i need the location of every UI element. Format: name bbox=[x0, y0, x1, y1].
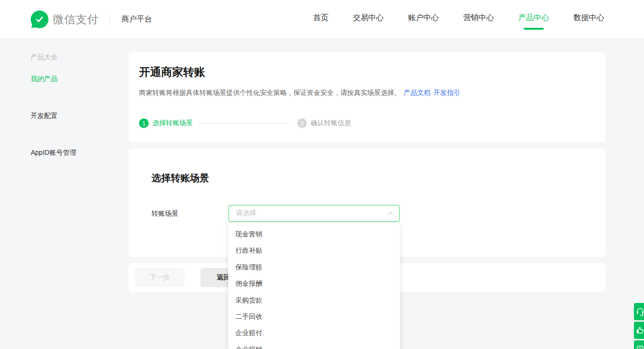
section-heading: 选择转账场景 bbox=[152, 172, 583, 185]
customer-service-icon bbox=[635, 307, 644, 316]
nav-item-data-center[interactable]: 数据中心 bbox=[574, 9, 604, 30]
step-select-scene: 1 选择转账场景 bbox=[139, 118, 193, 128]
step-2-circle: 2 bbox=[297, 118, 307, 128]
product-doc-link[interactable]: 产品文档 bbox=[404, 89, 431, 96]
nav-item-account-center[interactable]: 账户中心 bbox=[408, 9, 439, 30]
step-confirm-info: 2 确认转账信息 bbox=[297, 118, 351, 128]
nav-item-product-center[interactable]: 产品中心 bbox=[518, 9, 549, 30]
select-placeholder: 请选择 bbox=[236, 209, 387, 218]
nav-item-marketing-center[interactable]: 营销中心 bbox=[463, 9, 494, 30]
dev-guide-link[interactable]: 开发指引 bbox=[433, 89, 460, 96]
steps-indicator: 1 选择转账场景 2 确认转账信息 bbox=[139, 118, 595, 128]
sidebar-item-my-products[interactable]: 我的产品 bbox=[31, 75, 120, 83]
option-admin-subsidy[interactable]: 行政补贴 bbox=[228, 242, 400, 258]
app-header: 微信支付 商户平台 首页 交易中心 账户中心 营销中心 产品中心 数据中心 bbox=[0, 0, 644, 39]
more-button[interactable] bbox=[634, 340, 644, 349]
sidebar-item-product-catalog: 产品大全 bbox=[31, 53, 120, 62]
main-layout: 产品大全 我的产品 开发配置 AppID账号管理 开通商家转账 商家转账将根据具… bbox=[0, 39, 644, 292]
sidebar-divider bbox=[31, 134, 120, 135]
step-1-circle: 1 bbox=[139, 118, 149, 128]
intro-card: 开通商家转账 商家转账将根据具体转账场景提供个性化安全策略，保证资金安全，请按真… bbox=[129, 52, 606, 142]
transfer-scene-select[interactable]: 请选择 bbox=[228, 205, 400, 222]
sidebar-item-appid-management[interactable]: AppID账号管理 bbox=[31, 149, 120, 157]
option-secondhand-recycle[interactable]: 二手回收 bbox=[228, 308, 400, 325]
option-enterprise-reimbursement[interactable]: 企业报销 bbox=[228, 341, 400, 349]
sidebar-item-dev-config[interactable]: 开发配置 bbox=[31, 112, 120, 120]
chevron-up-icon bbox=[387, 211, 393, 215]
step-2-label: 确认转账信息 bbox=[311, 119, 351, 128]
option-procurement[interactable]: 采购货款 bbox=[228, 292, 400, 308]
step-1-label: 选择转账场景 bbox=[152, 119, 193, 128]
floating-side-bar bbox=[634, 303, 644, 349]
more-icon bbox=[635, 344, 644, 349]
brand-name: 微信支付 bbox=[53, 12, 99, 27]
nav-item-home[interactable]: 首页 bbox=[313, 9, 328, 30]
nav-item-transaction-center[interactable]: 交易中心 bbox=[353, 9, 384, 30]
check-icon bbox=[35, 14, 45, 24]
step-connector bbox=[199, 123, 291, 124]
description-text: 商家转账将根据具体转账场景提供个性化安全策略，保证资金安全，请按真实场景选择。 bbox=[139, 89, 401, 96]
transfer-scene-dropdown: 现金营销 行政补贴 保险理赔 佣金报酬 采购货款 二手回收 企业赔付 企业报销 bbox=[228, 223, 400, 349]
customer-service-button[interactable] bbox=[634, 303, 644, 320]
page-title: 开通商家转账 bbox=[139, 65, 595, 80]
top-nav: 首页 交易中心 账户中心 营销中心 产品中心 数据中心 bbox=[313, 9, 604, 30]
feedback-icon bbox=[635, 326, 644, 335]
brand: 微信支付 商户平台 bbox=[31, 11, 152, 28]
sidebar: 产品大全 我的产品 开发配置 AppID账号管理 bbox=[0, 39, 129, 157]
option-commission[interactable]: 佣金报酬 bbox=[228, 275, 400, 291]
brand-divider bbox=[110, 14, 110, 24]
option-enterprise-compensation[interactable]: 企业赔付 bbox=[228, 325, 400, 341]
transfer-scene-label: 转账场景 bbox=[152, 205, 228, 222]
page-description: 商家转账将根据具体转账场景提供个性化安全策略，保证资金安全，请按真实场景选择。产… bbox=[139, 88, 595, 97]
feedback-button[interactable] bbox=[634, 322, 644, 339]
option-insurance-claim[interactable]: 保险理赔 bbox=[228, 259, 400, 275]
sidebar-divider bbox=[31, 97, 120, 98]
platform-name: 商户平台 bbox=[121, 14, 152, 24]
next-step-button[interactable]: 下一步 bbox=[135, 268, 185, 287]
content-area: 开通商家转账 商家转账将根据具体转账场景提供个性化安全策略，保证资金安全，请按真… bbox=[129, 39, 606, 292]
option-cash-marketing[interactable]: 现金营销 bbox=[228, 226, 400, 242]
wechat-pay-logo bbox=[31, 11, 48, 28]
transfer-scene-card: 选择转账场景 转账场景 请选择 现金营销 行政补贴 保险理赔 佣金报酬 bbox=[129, 149, 606, 257]
transfer-scene-select-wrap: 请选择 现金营销 行政补贴 保险理赔 佣金报酬 采购货款 二手回收 企业赔付 企… bbox=[228, 205, 400, 222]
transfer-scene-row: 转账场景 请选择 现金营销 行政补贴 保险理赔 佣金报酬 采购货款 bbox=[152, 205, 583, 222]
